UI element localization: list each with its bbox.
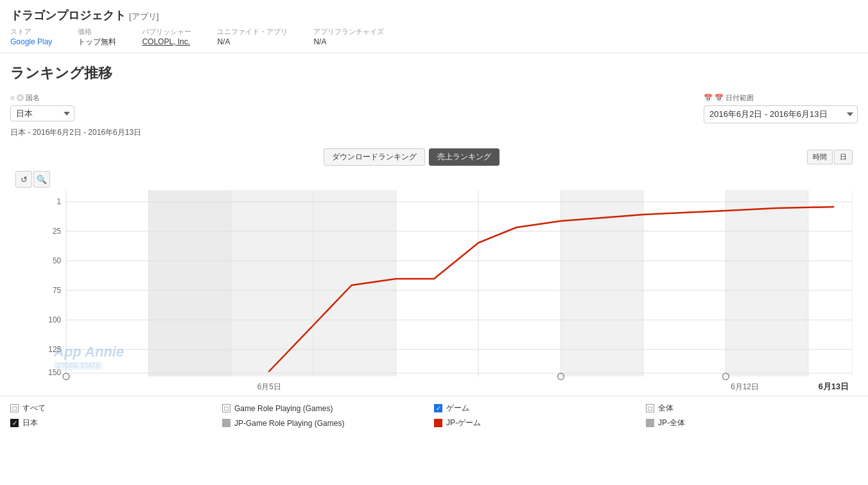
legend-checkbox-all[interactable]: □ [10, 404, 19, 412]
svg-text:6月13日: 6月13日 [819, 382, 849, 391]
svg-rect-16 [148, 190, 230, 376]
date-range-picker[interactable]: 2016年6月2日 - 2016年6月13日 [704, 105, 858, 123]
legend-jp-total: JP-全体 [646, 418, 858, 428]
svg-rect-12 [313, 190, 395, 376]
publisher-meta: パブリッシャー COLOPL, Inc. [142, 27, 191, 48]
watermark: App Annie STORE STATS [54, 344, 124, 370]
download-ranking-tab[interactable]: ダウンロードランキング [324, 148, 425, 166]
unified-app-meta: ユニファイド・アプリ N/A [217, 27, 288, 48]
chart-svg: 1 25 50 75 100 125 150 6月5日 6月12日 6月13日 [15, 190, 853, 396]
hour-button[interactable]: 時間 [807, 150, 833, 164]
header: ドラゴンプロジェクト [アプリ] ストア Google Play 価格 トップ無… [0, 0, 868, 53]
section-title: ランキング推移 [10, 64, 858, 83]
country-label: ◎ 国名 [10, 93, 74, 103]
legend-jp-game-role-playing: JP-Game Role Playing (Games) [222, 418, 434, 428]
time-buttons: 時間 日 [807, 150, 853, 164]
legend-all[interactable]: □ すべて [10, 403, 222, 414]
chart-toolbar: ↺ 🔍 [10, 171, 858, 188]
svg-text:1: 1 [57, 197, 62, 206]
svg-rect-17 [231, 190, 313, 376]
legend-checkbox-all-total[interactable]: □ [646, 404, 654, 412]
date-label: 📅 日付範囲 [704, 93, 858, 103]
legend-japan[interactable]: ✓ 日本 [10, 418, 222, 428]
legend-section: □ すべて □ Game Role Playing (Games) ✓ ゲーム … [0, 396, 868, 435]
reset-button[interactable]: ↺ [15, 171, 32, 188]
price-meta: 価格 トップ無料 [78, 27, 116, 48]
svg-text:75: 75 [53, 286, 62, 295]
legend-checkbox-game[interactable]: ✓ [434, 404, 442, 412]
day-button[interactable]: 日 [834, 150, 853, 164]
svg-text:6月5日: 6月5日 [257, 382, 281, 391]
legend-jp-game: JP-ゲーム [434, 418, 646, 428]
date-control: 📅 日付範囲 2016年6月2日 - 2016年6月13日 [704, 93, 858, 123]
svg-text:6月12日: 6月12日 [731, 382, 759, 391]
zoom-button[interactable]: 🔍 [33, 171, 50, 188]
main-section: ランキング推移 ◎ 国名 日本 アメリカ 韓国 中国 📅 日付範囲 2016年6… [0, 53, 868, 396]
meta-row: ストア Google Play 価格 トップ無料 パブリッシャー COLOPL,… [10, 27, 858, 48]
subtitle-row: 日本 - 2016年6月2日 - 2016年6月13日 [10, 127, 858, 138]
legend-game-role-playing[interactable]: □ Game Role Playing (Games) [222, 403, 434, 414]
country-select[interactable]: 日本 アメリカ 韓国 中国 [10, 105, 74, 121]
legend-color-jp-total [646, 419, 654, 427]
svg-text:25: 25 [53, 227, 62, 236]
store-meta: ストア Google Play [10, 27, 52, 48]
legend-checkbox-japan[interactable]: ✓ [10, 419, 19, 427]
ranking-tabs: ダウンロードランキング 売上ランキング [15, 148, 807, 166]
svg-text:50: 50 [53, 256, 62, 265]
controls-row: ◎ 国名 日本 アメリカ 韓国 中国 📅 日付範囲 2016年6月2日 - 20… [10, 93, 858, 123]
svg-rect-15 [725, 190, 808, 376]
store-link[interactable]: Google Play [10, 37, 52, 46]
sales-ranking-tab[interactable]: 売上ランキング [429, 148, 499, 166]
legend-color-jp-game [434, 419, 442, 427]
country-control: ◎ 国名 日本 アメリカ 韓国 中国 [10, 93, 74, 121]
legend-game[interactable]: ✓ ゲーム [434, 403, 646, 414]
svg-text:100: 100 [48, 315, 61, 324]
chart-controls: ダウンロードランキング 売上ランキング 時間 日 [10, 148, 858, 166]
legend-all-total[interactable]: □ 全体 [646, 403, 858, 414]
chart-area: App Annie STORE STATS [15, 190, 853, 396]
franchise-meta: アプリフランチャイズ N/A [313, 27, 384, 48]
legend-color-jp-game-role-playing [222, 419, 230, 427]
app-title: ドラゴンプロジェクト [アプリ] [10, 8, 858, 23]
legend-checkbox-game-role-playing[interactable]: □ [222, 404, 230, 412]
